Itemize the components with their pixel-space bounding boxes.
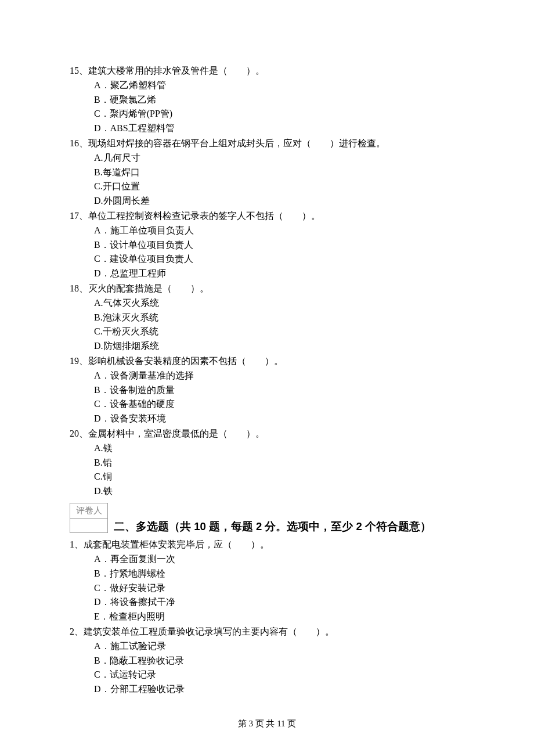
- page-footer: 第 3 页 共 11 页: [0, 717, 534, 730]
- option-c: C．试运转记录: [94, 668, 464, 682]
- grader-box: 评卷人: [70, 503, 108, 533]
- options-list: A．施工试验记录 B．隐蔽工程验收记录 C．试运转记录 D．分部工程验收记录: [70, 639, 464, 697]
- option-b: B.每道焊口: [94, 165, 464, 180]
- question-number: 16、: [70, 138, 88, 148]
- option-a: A．设备测量基准的选择: [94, 369, 464, 383]
- question-stem: 现场组对焊接的容器在钢平台上组对成封头后，应对（ ）进行检查。: [88, 138, 385, 148]
- question-15: 15、建筑大楼常用的排水管及管件是（ ）。 A．聚乙烯塑料管 B．硬聚氯乙烯 C…: [70, 64, 464, 136]
- option-b: B．拧紧地脚螺栓: [94, 567, 464, 581]
- question-stem: 影响机械设备安装精度的因素不包括（ ）。: [88, 356, 283, 366]
- question-stem: 建筑大楼常用的排水管及管件是（ ）。: [88, 66, 265, 75]
- option-d: D.外圆周长差: [94, 194, 464, 208]
- question-20: 20、金属材料中，室温密度最低的是（ ）。 A.镁 B.铅 C.铜 D.铁: [70, 427, 464, 499]
- option-d: D．将设备擦拭干净: [94, 595, 464, 610]
- question-number: 19、: [70, 356, 88, 366]
- question-stem: 灭火的配套措施是（ ）。: [88, 283, 209, 293]
- option-e: E．检查柜内照明: [94, 610, 464, 624]
- option-d: D.铁: [94, 484, 464, 499]
- options-list: A．设备测量基准的选择 B．设备制造的质量 C．设备基础的硬度 D．设备安装环境: [70, 369, 464, 426]
- options-list: A．施工单位项目负责人 B．设计单位项目负责人 C．建设单位项目负责人 D．总监…: [70, 224, 464, 281]
- question-number: 2、: [70, 627, 84, 636]
- options-list: A．再全面复测一次 B．拧紧地脚螺栓 C．做好安装记录 D．将设备擦拭干净 E．…: [70, 552, 464, 624]
- question-text: 19、影响机械设备安装精度的因素不包括（ ）。: [70, 354, 464, 369]
- multi-question-1: 1、成套配电装置柜体安装完毕后，应（ ）。 A．再全面复测一次 B．拧紧地脚螺栓…: [70, 538, 464, 624]
- option-c: C.开口位置: [94, 179, 464, 194]
- option-d: D.防烟排烟系统: [94, 339, 464, 354]
- question-text: 16、现场组对焊接的容器在钢平台上组对成封头后，应对（ ）进行检查。: [70, 136, 464, 151]
- question-stem: 成套配电装置柜体安装完毕后，应（ ）。: [84, 539, 269, 549]
- option-d: D．设备安装环境: [94, 412, 464, 426]
- option-c: C．聚丙烯管(PP管): [94, 107, 464, 121]
- question-text: 15、建筑大楼常用的排水管及管件是（ ）。: [70, 64, 464, 78]
- options-list: A.几何尺寸 B.每道焊口 C.开口位置 D.外圆周长差: [70, 151, 464, 208]
- section-header-row: 评卷人 二、多选题（共 10 题，每题 2 分。选项中，至少 2 个符合题意）: [70, 499, 464, 535]
- option-a: A.几何尺寸: [94, 151, 464, 165]
- question-number: 17、: [70, 211, 88, 221]
- question-text: 18、灭火的配套措施是（ ）。: [70, 282, 464, 296]
- question-text: 20、金属材料中，室温密度最低的是（ ）。: [70, 427, 464, 441]
- option-c: C．设备基础的硬度: [94, 397, 464, 412]
- option-d: D．总监理工程师: [94, 267, 464, 281]
- option-a: A.镁: [94, 441, 464, 456]
- option-b: B．设计单位项目负责人: [94, 238, 464, 253]
- question-18: 18、灭火的配套措施是（ ）。 A.气体灭火系统 B.泡沫灭火系统 C.干粉灭火…: [70, 282, 464, 354]
- question-number: 1、: [70, 539, 84, 549]
- option-b: B．硬聚氯乙烯: [94, 93, 464, 107]
- option-c: C．做好安装记录: [94, 581, 464, 596]
- option-a: A．施工试验记录: [94, 639, 464, 654]
- question-number: 20、: [70, 429, 88, 438]
- question-text: 2、建筑安装单位工程质量验收记录填写的主要内容有（ ）。: [70, 625, 464, 639]
- question-text: 1、成套配电装置柜体安装完毕后，应（ ）。: [70, 538, 464, 552]
- question-text: 17、单位工程控制资料检查记录表的签字人不包括（ ）。: [70, 209, 464, 224]
- question-number: 15、: [70, 66, 88, 75]
- grader-empty-cell: [70, 519, 108, 533]
- question-17: 17、单位工程控制资料检查记录表的签字人不包括（ ）。 A．施工单位项目负责人 …: [70, 209, 464, 281]
- option-c: C.干粉灭火系统: [94, 325, 464, 339]
- question-stem: 单位工程控制资料检查记录表的签字人不包括（ ）。: [88, 211, 320, 221]
- option-b: B．隐蔽工程验收记录: [94, 654, 464, 668]
- option-a: A．再全面复测一次: [94, 552, 464, 567]
- option-b: B.铅: [94, 456, 464, 470]
- option-a: A．施工单位项目负责人: [94, 224, 464, 238]
- option-b: B．设备制造的质量: [94, 383, 464, 398]
- option-a: A．聚乙烯塑料管: [94, 78, 464, 93]
- question-number: 18、: [70, 283, 88, 293]
- options-list: A.气体灭火系统 B.泡沫灭火系统 C.干粉灭火系统 D.防烟排烟系统: [70, 296, 464, 354]
- options-list: A.镁 B.铅 C.铜 D.铁: [70, 441, 464, 499]
- question-19: 19、影响机械设备安装精度的因素不包括（ ）。 A．设备测量基准的选择 B．设备…: [70, 354, 464, 426]
- multi-question-2: 2、建筑安装单位工程质量验收记录填写的主要内容有（ ）。 A．施工试验记录 B．…: [70, 625, 464, 697]
- question-stem: 建筑安装单位工程质量验收记录填写的主要内容有（ ）。: [84, 627, 334, 636]
- option-a: A.气体灭火系统: [94, 296, 464, 311]
- option-d: D．分部工程验收记录: [94, 682, 464, 697]
- options-list: A．聚乙烯塑料管 B．硬聚氯乙烯 C．聚丙烯管(PP管) D．ABS工程塑料管: [70, 78, 464, 136]
- option-c: C.铜: [94, 470, 464, 484]
- grader-label-cell: 评卷人: [70, 503, 108, 518]
- section-2-title: 二、多选题（共 10 题，每题 2 分。选项中，至少 2 个符合题意）: [108, 519, 431, 535]
- question-stem: 金属材料中，室温密度最低的是（ ）。: [88, 429, 265, 438]
- option-d: D．ABS工程塑料管: [94, 121, 464, 136]
- exam-page: 15、建筑大楼常用的排水管及管件是（ ）。 A．聚乙烯塑料管 B．硬聚氯乙烯 C…: [0, 0, 534, 756]
- option-c: C．建设单位项目负责人: [94, 252, 464, 267]
- option-b: B.泡沫灭火系统: [94, 311, 464, 325]
- question-16: 16、现场组对焊接的容器在钢平台上组对成封头后，应对（ ）进行检查。 A.几何尺…: [70, 136, 464, 208]
